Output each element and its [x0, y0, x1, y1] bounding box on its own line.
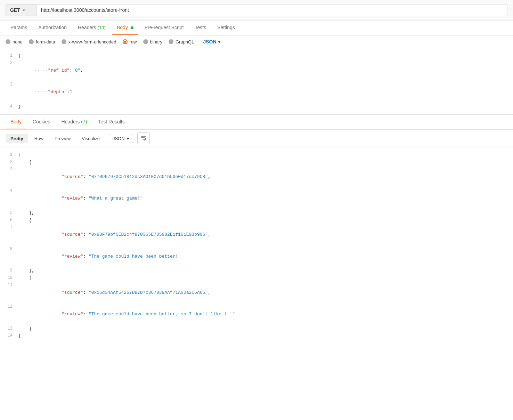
req-line-3: 3 ·····"depth":1: [0, 81, 513, 103]
resp-json-chevron: ▾: [127, 136, 129, 141]
wrap-button[interactable]: [137, 132, 150, 144]
format-preview[interactable]: Preview: [50, 134, 75, 143]
resp-line-7: 7 "source": "0x90F79bf6EB2c4f870365E7859…: [0, 224, 513, 245]
tab-authorization[interactable]: Authorization: [33, 21, 72, 35]
radio-binary[interactable]: binary: [143, 39, 162, 45]
radio-form-data-circle: [29, 39, 34, 44]
resp-headers-badge: (7): [81, 119, 87, 124]
resp-line-10: 10 {: [0, 275, 513, 282]
json-format-dropdown[interactable]: JSON ▾: [203, 39, 220, 45]
resp-line-8: 8 "review": "The game could have been be…: [0, 246, 513, 267]
method-label: GET: [10, 7, 20, 13]
response-body-viewer: 1 [ 2 { 3 "source": "0x70997970C51812dc3…: [0, 147, 513, 344]
response-toolbar: Pretty Raw Preview Visualize JSON ▾: [0, 130, 513, 147]
resp-line-1: 1 [: [0, 152, 513, 159]
request-tabs: Params Authorization Headers (10) Body P…: [0, 21, 513, 35]
tab-settings[interactable]: Settings: [212, 21, 240, 35]
resp-line-6: 6 {: [0, 217, 513, 224]
format-visualize[interactable]: Visualize: [77, 134, 105, 143]
tab-tests[interactable]: Tests: [190, 21, 211, 35]
resp-line-11: 11 "source": "0x15d34AAf54267DB7D7c36783…: [0, 282, 513, 304]
format-pretty[interactable]: Pretty: [6, 134, 28, 143]
resp-tab-test-results[interactable]: Test Results: [93, 115, 129, 129]
url-input[interactable]: [37, 4, 507, 16]
req-line-1: 1 {: [0, 52, 513, 60]
method-selector[interactable]: GET ▾: [6, 4, 37, 16]
json-dropdown-chevron: ▾: [218, 39, 220, 45]
body-type-row: none form-data x-www-form-urlencoded raw…: [0, 35, 513, 48]
radio-form-data[interactable]: form-data: [29, 39, 55, 45]
request-body-editor[interactable]: 1 { 2 ·····"ref_id":"0", 3 ·····"depth":…: [0, 48, 513, 115]
resp-tab-headers[interactable]: Headers (7): [57, 115, 92, 129]
headers-badge: (10): [98, 25, 106, 30]
radio-none[interactable]: none: [6, 39, 23, 45]
tab-body[interactable]: Body: [112, 21, 138, 35]
method-chevron: ▾: [23, 8, 25, 12]
radio-raw-circle: [123, 39, 128, 44]
response-section: Body Cookies Headers (7) Test Results Pr…: [0, 115, 513, 344]
radio-urlencoded[interactable]: x-www-form-urlencoded: [62, 39, 116, 45]
tab-params[interactable]: Params: [6, 21, 32, 35]
resp-line-3: 3 "source": "0x70997970C51812dc3A010C7d0…: [0, 166, 513, 188]
radio-graphql[interactable]: GraphQL: [169, 39, 194, 45]
req-line-4: 4 }: [0, 103, 513, 111]
response-json-dropdown[interactable]: JSON ▾: [109, 134, 133, 143]
resp-line-2: 2 {: [0, 159, 513, 166]
resp-line-12: 12 "review": "The game could have been b…: [0, 304, 513, 325]
url-bar: GET ▾: [0, 0, 513, 21]
resp-line-4: 4 "review": "What a great game!": [0, 188, 513, 209]
radio-graphql-circle: [169, 39, 173, 44]
response-tabs: Body Cookies Headers (7) Test Results: [0, 115, 513, 130]
radio-raw[interactable]: raw: [123, 39, 137, 45]
body-active-dot: [131, 26, 133, 29]
tab-pre-request[interactable]: Pre-request Script: [140, 21, 189, 35]
resp-line-13: 13 }: [0, 325, 513, 333]
format-raw[interactable]: Raw: [30, 134, 48, 143]
radio-urlencoded-circle: [62, 39, 66, 44]
radio-binary-circle: [143, 39, 148, 44]
req-line-2: 2 ·····"ref_id":"0",: [0, 60, 513, 81]
tab-headers[interactable]: Headers (10): [73, 21, 111, 35]
resp-tab-body[interactable]: Body: [6, 115, 26, 129]
resp-line-9: 9 },: [0, 267, 513, 275]
resp-line-5: 5 },: [0, 210, 513, 217]
resp-line-14: 14 ]: [0, 332, 513, 340]
resp-tab-cookies[interactable]: Cookies: [28, 115, 55, 129]
radio-none-circle: [6, 39, 10, 44]
